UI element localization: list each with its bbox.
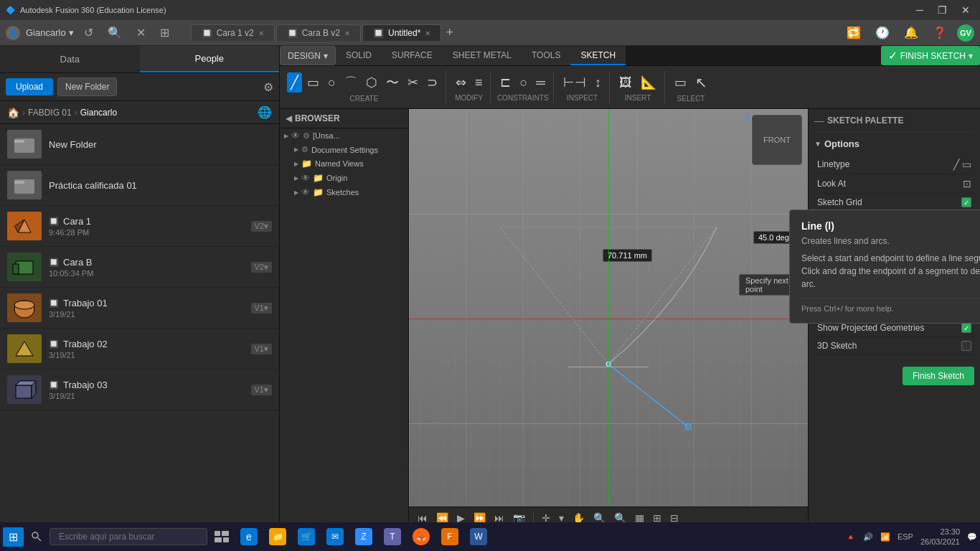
taskbar-mail-button[interactable]: ✉ bbox=[322, 527, 348, 547]
tab-carab-close[interactable]: ✕ bbox=[344, 29, 350, 37]
options-arrow-icon[interactable]: ▼ bbox=[814, 140, 821, 148]
spline-tool-button[interactable]: 〜 bbox=[382, 72, 402, 93]
list-item[interactable]: Práctica calificada 01 bbox=[0, 165, 279, 206]
constraint-btn-1[interactable]: ⊏ bbox=[496, 72, 514, 93]
circle-tool-button[interactable]: ○ bbox=[324, 73, 339, 93]
taskbar-zoom-button[interactable]: Z bbox=[351, 527, 377, 547]
visibility-icon[interactable]: 👁 bbox=[291, 131, 300, 141]
version-selector[interactable]: V1▾ bbox=[251, 385, 272, 395]
settings-button[interactable]: ⚙ bbox=[263, 80, 273, 94]
tab-sheetmetal[interactable]: SHEET METAL bbox=[443, 46, 522, 65]
list-item[interactable]: New Folder bbox=[0, 124, 279, 165]
version-selector[interactable]: V2▾ bbox=[251, 221, 272, 232]
visibility-icon[interactable]: 👁 bbox=[301, 187, 310, 197]
browser-item[interactable]: ▶ 👁 📁 Origin bbox=[280, 171, 408, 185]
trim-button[interactable]: ≡ bbox=[471, 73, 486, 93]
tab-untitled[interactable]: 🔲 Untitled* ✕ bbox=[362, 24, 441, 41]
grid-menu-button[interactable]: ⊞ bbox=[156, 24, 174, 41]
linetype-icon-1[interactable]: ╱ bbox=[953, 159, 959, 170]
browser-item[interactable]: ▶ ⚙ Document Settings bbox=[280, 143, 408, 156]
palette-collapse-button[interactable]: — bbox=[814, 115, 824, 126]
browser-item[interactable]: ▶ 📁 Named Views bbox=[280, 156, 408, 171]
help-button[interactable]: ❓ bbox=[928, 24, 951, 41]
tab-surface[interactable]: SURFACE bbox=[382, 46, 443, 65]
tab-untitled-close[interactable]: ✕ bbox=[425, 29, 430, 37]
select-btn-2[interactable]: ↖ bbox=[692, 72, 711, 93]
breadcrumb-fabdig[interactable]: FABDIG 01 bbox=[28, 108, 72, 118]
list-item[interactable]: 🔲 Trabajo 02 3/19/21 V1▾ bbox=[0, 329, 279, 369]
tab-cara1-close[interactable]: ✕ bbox=[258, 29, 264, 37]
clock-button[interactable]: 🕐 bbox=[871, 24, 894, 41]
minimize-button[interactable]: ─ bbox=[912, 4, 928, 16]
taskbar-store-button[interactable]: 🛒 bbox=[293, 527, 319, 547]
start-button[interactable]: ⊞ bbox=[3, 527, 24, 547]
tab-solid[interactable]: SOLID bbox=[336, 46, 382, 65]
new-folder-button[interactable]: New Folder bbox=[57, 77, 117, 96]
taskbar-search-input[interactable] bbox=[50, 528, 207, 545]
gear-icon[interactable]: ⚙ bbox=[301, 145, 308, 154]
globe-button[interactable]: 🌐 bbox=[258, 105, 272, 119]
taskbar-multitasking-button[interactable] bbox=[210, 529, 233, 544]
version-selector[interactable]: V1▾ bbox=[251, 303, 272, 314]
browser-item[interactable]: ▶ 👁 📁 Sketches bbox=[280, 185, 408, 199]
insert-btn-1[interactable]: 🖼 bbox=[616, 73, 636, 93]
sidebar-tab-people[interactable]: People bbox=[140, 46, 280, 72]
finish-sketch-button-top[interactable]: ✓ FINISH SKETCH ▾ bbox=[881, 46, 980, 65]
lookat-icon[interactable]: ⊡ bbox=[963, 178, 971, 189]
close-panel-button[interactable]: ✕ bbox=[132, 24, 150, 41]
line-tool-button[interactable]: ╱ bbox=[287, 72, 302, 93]
gear-icon[interactable]: ⚙ bbox=[303, 131, 310, 141]
finish-sketch-button[interactable]: Finish Sketch bbox=[903, 367, 974, 385]
constraint-btn-3[interactable]: ═ bbox=[532, 73, 549, 93]
arc-tool-button[interactable]: ⌒ bbox=[341, 72, 361, 93]
mirror-button[interactable]: ⇔ bbox=[452, 72, 470, 93]
version-selector[interactable]: V2▾ bbox=[251, 262, 272, 273]
tab-carab[interactable]: 🔲 Cara B v2 ✕ bbox=[276, 24, 361, 41]
tab-tools[interactable]: TOOLS bbox=[522, 46, 570, 65]
browser-item[interactable]: ▶ 👁 ⚙ [Unsa... bbox=[280, 128, 408, 143]
list-item[interactable]: 🔲 Trabajo 01 3/19/21 V1▾ bbox=[0, 288, 279, 329]
version-selector[interactable]: V1▾ bbox=[251, 344, 272, 354]
visibility-icon[interactable]: 👁 bbox=[301, 173, 310, 183]
inspect-btn-2[interactable]: ↕ bbox=[591, 73, 605, 93]
taskbar-explorer-button[interactable]: 📁 bbox=[265, 527, 291, 547]
inspect-btn-1[interactable]: ⊢⊣ bbox=[560, 72, 590, 93]
list-item[interactable]: 🔲 Cara B 10:05:34 PM V2▾ bbox=[0, 247, 279, 288]
taskbar-word-button[interactable]: W bbox=[466, 527, 491, 547]
polygon-tool-button[interactable]: ⬡ bbox=[362, 72, 381, 93]
upload-button[interactable]: Upload bbox=[6, 78, 53, 95]
taskbar-firefox-button[interactable]: 🦊 bbox=[408, 527, 434, 547]
refresh-button[interactable]: ↺ bbox=[80, 24, 98, 41]
home-icon[interactable]: 🏠 bbox=[7, 107, 19, 118]
taskbar-edge-button[interactable]: e bbox=[236, 527, 262, 547]
add-tab-button[interactable]: + bbox=[443, 25, 456, 40]
viewcube[interactable]: FRONT bbox=[752, 115, 802, 165]
maximize-button[interactable]: ❐ bbox=[933, 4, 951, 16]
extensions-button[interactable]: 🔁 bbox=[842, 24, 865, 41]
account-name[interactable]: Giancarlo ▾ bbox=[26, 27, 74, 38]
taskbar-teams-button[interactable]: T bbox=[380, 527, 405, 547]
search-button[interactable]: 🔍 bbox=[103, 24, 126, 41]
design-button[interactable]: DESIGN ▾ bbox=[280, 46, 336, 65]
trim-tool-button[interactable]: ✂ bbox=[404, 72, 422, 93]
showprojected-checkbox[interactable]: ✓ bbox=[961, 323, 971, 333]
tab-sketch[interactable]: SKETCH bbox=[570, 46, 626, 65]
constraint-btn-2[interactable]: ○ bbox=[516, 73, 531, 93]
taskbar-fusion-button[interactable]: F bbox=[437, 527, 463, 547]
tab-cara1[interactable]: 🔲 Cara 1 v2 ✕ bbox=[191, 24, 275, 41]
linetype-icon-2[interactable]: ▭ bbox=[962, 159, 971, 170]
bell-button[interactable]: 🔔 bbox=[900, 24, 923, 41]
main-canvas[interactable]: 70.711 mm 45.0 deg Specify next point Z … bbox=[409, 109, 808, 528]
offset-tool-button[interactable]: ⊃ bbox=[423, 72, 441, 93]
select-btn-1[interactable]: ▭ bbox=[671, 72, 690, 93]
sketchgrid-checkbox[interactable]: ✓ bbox=[961, 197, 971, 207]
list-item[interactable]: 🔲 Trabajo 03 3/19/21 V1▾ bbox=[0, 369, 279, 410]
taskbar-search-button[interactable] bbox=[27, 529, 47, 544]
browser-collapse-icon[interactable]: ◀ bbox=[286, 113, 292, 123]
list-item[interactable]: 🔲 Cara 1 9:46:28 PM V2▾ bbox=[0, 206, 279, 247]
close-button[interactable]: ✕ bbox=[957, 4, 974, 16]
insert-btn-2[interactable]: 📐 bbox=[637, 72, 660, 93]
rectangle-tool-button[interactable]: ▭ bbox=[303, 72, 323, 93]
sidebar-tab-data[interactable]: Data bbox=[0, 46, 140, 72]
3dsketch-checkbox[interactable] bbox=[961, 341, 971, 351]
